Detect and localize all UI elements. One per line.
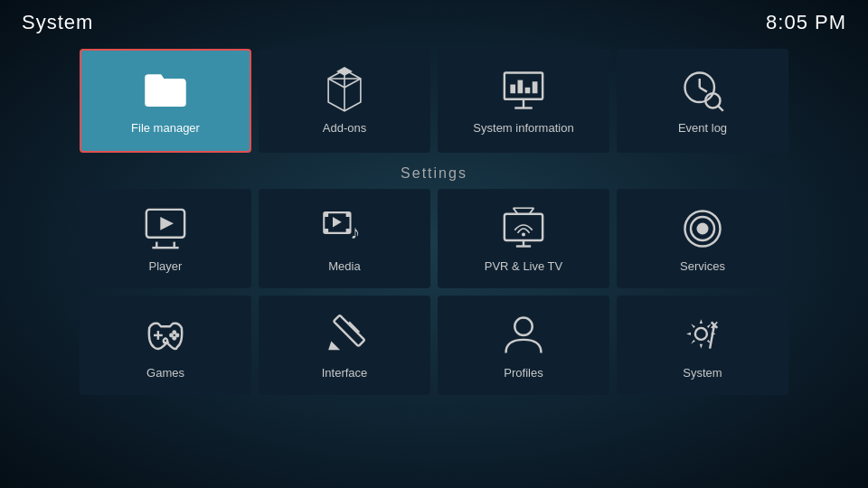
svg-rect-4 xyxy=(518,80,524,94)
gear-fork-icon xyxy=(679,312,726,359)
svg-rect-38 xyxy=(334,314,364,345)
tile-pvr-live-tv[interactable]: PVR & Live TV xyxy=(438,189,609,288)
tile-event-log[interactable]: Event log xyxy=(617,49,788,153)
svg-rect-5 xyxy=(525,88,531,94)
podcast-icon xyxy=(679,205,726,252)
pencil-icon xyxy=(321,312,368,359)
tile-services-label: Services xyxy=(680,259,725,273)
svg-point-37 xyxy=(175,333,180,337)
tile-interface-label: Interface xyxy=(322,366,368,380)
tile-services[interactable]: Services xyxy=(617,189,788,288)
tile-add-ons[interactable]: Add-ons xyxy=(259,49,430,153)
svg-line-11 xyxy=(718,106,723,111)
tile-add-ons-label: Add-ons xyxy=(323,121,366,135)
clock-search-icon xyxy=(679,67,726,114)
svg-marker-22 xyxy=(333,217,342,227)
svg-line-45 xyxy=(710,324,714,348)
svg-point-41 xyxy=(514,317,533,335)
tile-system-information-label: System information xyxy=(473,121,573,135)
box-icon xyxy=(321,67,368,114)
svg-line-9 xyxy=(700,88,707,92)
settings-row-2: Games Interface Profiles xyxy=(72,296,796,395)
svg-rect-20 xyxy=(346,212,351,217)
tile-profiles-label: Profiles xyxy=(504,366,542,380)
tile-file-manager[interactable]: File manager xyxy=(80,49,251,153)
tile-games[interactable]: Games xyxy=(80,296,251,395)
tile-profiles[interactable]: Profiles xyxy=(438,296,609,395)
settings-grid: Player ♪ Media xyxy=(0,189,868,395)
user-icon xyxy=(500,312,547,359)
tile-event-log-label: Event log xyxy=(678,121,727,135)
svg-text:♪: ♪ xyxy=(351,221,361,241)
svg-point-42 xyxy=(695,327,707,339)
svg-rect-18 xyxy=(324,212,328,217)
svg-marker-39 xyxy=(328,341,340,350)
play-icon xyxy=(142,205,189,252)
tile-media[interactable]: ♪ Media xyxy=(259,189,430,288)
tile-system[interactable]: System xyxy=(617,296,788,395)
header: System 8:05 PM xyxy=(0,0,868,45)
tv-icon xyxy=(500,205,547,252)
tile-system-information[interactable]: System information xyxy=(438,49,609,153)
top-row: File manager Add-ons System information xyxy=(0,49,868,153)
svg-rect-6 xyxy=(533,81,538,93)
tile-player-label: Player xyxy=(149,259,183,273)
page-title: System xyxy=(22,11,93,34)
gamepad-icon xyxy=(142,312,189,359)
svg-point-31 xyxy=(697,222,709,234)
tile-player[interactable]: Player xyxy=(80,189,251,288)
tile-file-manager-label: File manager xyxy=(131,121,200,135)
clock: 8:05 PM xyxy=(766,11,846,34)
tile-system-label: System xyxy=(683,366,722,380)
tile-games-label: Games xyxy=(146,366,184,380)
folder-icon xyxy=(142,67,189,114)
svg-point-30 xyxy=(522,232,525,236)
settings-row-1: Player ♪ Media xyxy=(72,189,796,288)
tile-media-label: Media xyxy=(328,259,360,273)
media-icon: ♪ xyxy=(321,205,368,252)
presentation-icon xyxy=(500,67,547,114)
svg-point-36 xyxy=(169,333,174,337)
settings-label: Settings xyxy=(0,165,868,182)
svg-rect-19 xyxy=(324,229,328,233)
svg-rect-24 xyxy=(505,213,542,239)
tile-pvr-live-tv-label: PVR & Live TV xyxy=(485,259,562,273)
svg-rect-3 xyxy=(510,85,515,94)
svg-marker-13 xyxy=(160,217,174,230)
tile-interface[interactable]: Interface xyxy=(259,296,430,395)
